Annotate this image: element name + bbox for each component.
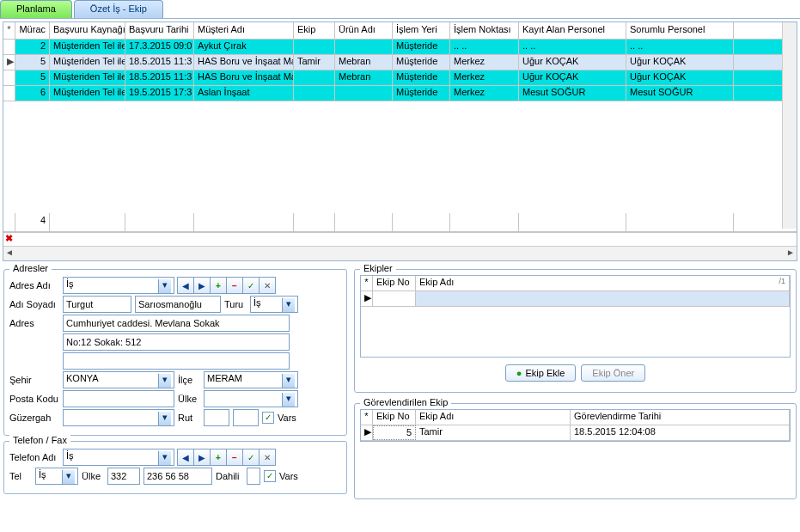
- nav-next-icon[interactable]: ▶: [193, 277, 211, 294]
- select-ilce[interactable]: MERAM: [204, 371, 298, 388]
- delete-row-icon[interactable]: ✖: [3, 232, 797, 246]
- col-islem-noktasi[interactable]: İşlem Noktası: [450, 22, 519, 39]
- col-basvuru-kaynagi[interactable]: Başvuru Kaynağı: [50, 22, 125, 39]
- input-adres2[interactable]: [63, 333, 290, 351]
- label-adres: Adres: [9, 318, 59, 328]
- label-rut: Rut: [178, 413, 200, 423]
- label-turu: Turu: [224, 299, 247, 309]
- panel-telefon: Telefon / Fax Telefon Adı İş ◀ ▶ + − ✓ ✕…: [3, 441, 347, 494]
- input-tel-no[interactable]: [144, 468, 212, 485]
- tab-planlama[interactable]: Planlama: [0, 0, 72, 18]
- input-adres1[interactable]: [63, 315, 290, 332]
- input-rut2[interactable]: [233, 409, 259, 426]
- ekipler-col-adi[interactable]: Ekip Adı/1: [416, 276, 790, 290]
- label-ilce: İlçe: [178, 375, 200, 385]
- button-ekip-oner[interactable]: Ekip Öner: [581, 364, 645, 382]
- panel-title-ekipler: Ekipler: [360, 263, 396, 273]
- panel-gorev-ekip: Görevlendirilen Ekip * Ekip No Ekip Adı …: [354, 403, 797, 499]
- select-adres-adi[interactable]: İş: [63, 277, 174, 294]
- input-adres3[interactable]: [63, 352, 290, 370]
- tel-nav-next-icon[interactable]: ▶: [193, 449, 211, 466]
- gorev-col-tarih[interactable]: Görevlendirme Tarihi: [571, 410, 790, 425]
- select-tel-turu[interactable]: İş: [35, 468, 78, 485]
- col-musteri-adi[interactable]: Müşteri Adı: [194, 22, 294, 39]
- input-soyad[interactable]: [135, 296, 221, 313]
- select-ulke[interactable]: [204, 390, 298, 407]
- nav-remove-icon[interactable]: −: [226, 277, 243, 294]
- label-vars-adres: Vars: [278, 413, 296, 423]
- gorev-row-ind: ▶: [361, 425, 373, 440]
- nav-add-icon[interactable]: +: [210, 277, 227, 294]
- checkbox-vars-adres[interactable]: ✓: [262, 412, 274, 424]
- col-urun-adi[interactable]: Ürün Adı: [335, 22, 393, 39]
- tel-nav-cancel-icon[interactable]: ✕: [259, 449, 276, 466]
- ekipler-col-no[interactable]: Ekip No: [373, 276, 416, 290]
- tel-nav-prev-icon[interactable]: ◀: [177, 449, 194, 466]
- ekipler-col-ind[interactable]: *: [361, 276, 373, 290]
- input-dahili[interactable]: [247, 468, 260, 485]
- sort-indicator-icon: /1: [779, 277, 785, 285]
- label-posta: Posta Kodu: [9, 394, 59, 404]
- gorev-grid[interactable]: * Ekip No Ekip Adı Görevlendirme Tarihi …: [360, 409, 791, 442]
- select-telefon-adi[interactable]: İş: [63, 449, 174, 466]
- label-guzergah: Güzergah: [9, 413, 59, 423]
- select-sehir[interactable]: KONYA: [63, 371, 174, 388]
- gorev-row[interactable]: ▶ 5 Tamir 18.5.2015 12:04:08: [361, 425, 790, 441]
- tel-nav-remove-icon[interactable]: −: [226, 449, 243, 466]
- gorev-row-tarih: 18.5.2015 12:04:08: [571, 425, 790, 440]
- col-sorumlu-personel[interactable]: Sorumlu Personel: [626, 22, 734, 39]
- gorev-row-no: 5: [373, 425, 416, 440]
- label-tel: Tel: [9, 471, 32, 481]
- nav-confirm-icon[interactable]: ✓: [242, 277, 260, 294]
- table-row[interactable]: ▶5Müşteriden Tel ile18.5.2015 11:3HAS Bo…: [3, 55, 797, 70]
- grid-footer: 4: [3, 213, 797, 232]
- grid-header: * Mürac Başvuru Kaynağı Başvuru Tarihi M…: [3, 22, 797, 40]
- col-basvuru-tarihi[interactable]: Başvuru Tarihi: [125, 22, 194, 39]
- select-guzergah[interactable]: [63, 409, 174, 426]
- col-ekip[interactable]: Ekip: [294, 22, 335, 39]
- panel-title-telefon: Telefon / Fax: [9, 435, 70, 445]
- input-posta[interactable]: [63, 390, 174, 407]
- table-row[interactable]: 6Müşteriden Tel ile19.5.2015 17:3Aslan İ…: [3, 86, 797, 101]
- grid-vscroll[interactable]: [782, 22, 797, 229]
- table-row[interactable]: 2Müşteriden Tel ile17.3.2015 09:0Aykut Ç…: [3, 40, 797, 55]
- input-ad[interactable]: [63, 296, 131, 313]
- label-adi-soyadi: Adı Soyadı: [9, 299, 59, 309]
- grid-count: 4: [15, 213, 50, 231]
- select-turu[interactable]: İş: [250, 296, 298, 313]
- panel-title-adresler: Adresler: [9, 263, 52, 273]
- ekipler-grid[interactable]: * Ekip No Ekip Adı/1 ▶: [360, 275, 791, 358]
- nav-cancel-icon[interactable]: ✕: [259, 277, 276, 294]
- gorev-col-ind[interactable]: *: [361, 410, 373, 425]
- col-indicator[interactable]: *: [3, 22, 15, 39]
- col-islem-yeri[interactable]: İşlem Yeri: [393, 22, 450, 39]
- panel-adresler: Adresler Adres Adı İş ◀ ▶ + − ✓ ✕ Adı So…: [3, 269, 347, 436]
- grid-hscroll[interactable]: [3, 246, 797, 260]
- tel-nav-confirm-icon[interactable]: ✓: [242, 449, 260, 466]
- main-grid: * Mürac Başvuru Kaynağı Başvuru Tarihi M…: [3, 21, 797, 261]
- tel-nav-add-icon[interactable]: +: [210, 449, 227, 466]
- panel-title-gorev: Görevlendirilen Ekip: [360, 397, 451, 407]
- label-sehir: Şehir: [9, 375, 59, 385]
- adres-nav: ◀ ▶ + − ✓ ✕: [178, 277, 276, 294]
- telefon-nav: ◀ ▶ + − ✓ ✕: [178, 449, 276, 466]
- label-vars-tel: Vars: [279, 471, 298, 481]
- gorev-row-adi: Tamir: [416, 425, 571, 440]
- grid-body[interactable]: 2Müşteriden Tel ile17.3.2015 09:0Aykut Ç…: [3, 40, 797, 213]
- label-adres-adi: Adres Adı: [9, 280, 59, 290]
- checkbox-vars-tel[interactable]: ✓: [264, 470, 276, 482]
- button-ekip-ekle[interactable]: ●Ekip Ekle: [505, 364, 577, 382]
- col-kayit-personel[interactable]: Kayıt Alan Personel: [519, 22, 626, 39]
- label-telefon-adi: Telefon Adı: [9, 452, 59, 462]
- gorev-col-adi[interactable]: Ekip Adı: [416, 410, 571, 425]
- label-ulke: Ülke: [178, 394, 200, 404]
- label-dahili: Dahili: [216, 471, 243, 481]
- nav-prev-icon[interactable]: ◀: [177, 277, 194, 294]
- table-row[interactable]: 5Müşteriden Tel ile18.5.2015 11:3HAS Bor…: [3, 70, 797, 86]
- tab-ozet-is-ekip[interactable]: Özet İş - Ekip: [74, 0, 163, 18]
- input-rut1[interactable]: [204, 409, 229, 426]
- input-tel-ulke[interactable]: [107, 468, 140, 485]
- gorev-col-no[interactable]: Ekip No: [373, 410, 416, 425]
- label-tel-ulke: Ülke: [82, 471, 104, 481]
- col-murac[interactable]: Mürac: [15, 22, 50, 39]
